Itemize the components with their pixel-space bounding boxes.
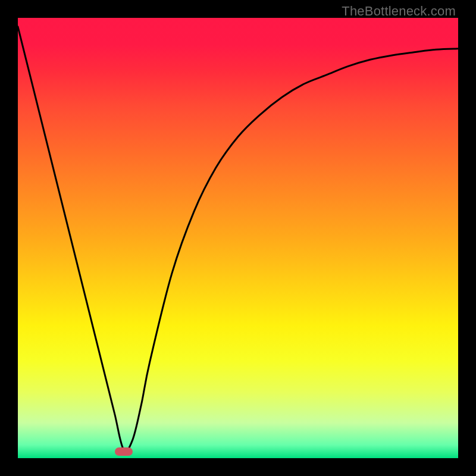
plot-area: [18, 18, 458, 458]
chart-frame: TheBottleneck.com: [0, 0, 476, 476]
watermark-text: TheBottleneck.com: [342, 4, 456, 19]
curve-svg: [18, 18, 458, 458]
bottleneck-curve: [18, 27, 458, 451]
optimal-point-marker: [115, 447, 133, 456]
